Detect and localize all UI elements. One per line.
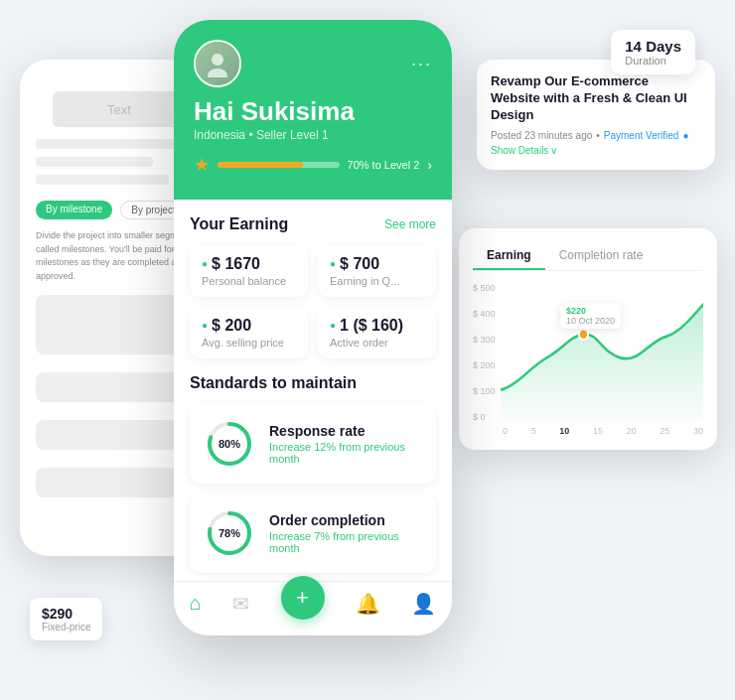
y-label-300: $ 300 <box>473 335 496 345</box>
y-label-0: $ 0 <box>473 412 496 422</box>
x-label-5: 5 <box>531 426 536 436</box>
svg-point-6 <box>579 329 588 340</box>
personal-balance-card: ● $ 1670 Personal balance <box>190 245 308 297</box>
order-completion-change: Increase 7% from previous month <box>269 530 422 554</box>
tab-milestone[interactable]: By milestone <box>36 201 112 219</box>
personal-balance-value: $ 1670 <box>212 255 260 273</box>
phone-header: ··· Hai Sukisima Indonesia • Seller Leve… <box>174 20 452 200</box>
tooltip-date: 10 Oct 2020 <box>566 316 615 326</box>
nav-profile[interactable]: 👤 <box>411 592 436 622</box>
response-rate-info: Response rate Increase 12% from previous… <box>269 423 422 465</box>
job-meta: Posted 23 minutes ago • Payment Verified… <box>491 130 701 141</box>
y-label-500: $ 500 <box>473 283 496 293</box>
chart-svg: $220 10 Oct 2020 <box>501 283 703 422</box>
earning-queue-label: Earning in Q... <box>330 275 424 287</box>
level-arrow-icon[interactable]: › <box>427 157 432 173</box>
x-label-30: 30 <box>693 426 703 436</box>
active-order-value: 1 ($ 160) <box>340 317 403 335</box>
star-icon: ★ <box>194 154 210 176</box>
bullet-icon-2: ● <box>330 258 336 269</box>
show-details-link[interactable]: Show Details ∨ <box>491 145 701 156</box>
price-badge-value: $290 <box>42 606 90 622</box>
main-phone: ··· Hai Sukisima Indonesia • Seller Leve… <box>174 20 452 635</box>
tooltip-value: $220 <box>566 306 615 316</box>
phone-body: Your Earning See more ● $ 1670 Personal … <box>174 200 452 617</box>
duration-label: Duration <box>625 55 681 67</box>
more-options-icon[interactable]: ··· <box>411 54 432 74</box>
job-posted-time: Posted 23 minutes ago <box>491 130 592 141</box>
tab-completion[interactable]: Completion rate <box>545 242 658 270</box>
chart-x-labels: 0 5 10 15 20 25 30 <box>473 426 703 436</box>
price-badge-label: Fixed-price <box>42 622 90 632</box>
text-placeholder: Text <box>53 91 186 127</box>
earning-queue-card: ● $ 700 Earning in Q... <box>318 245 436 297</box>
response-rate-label: Response rate <box>269 423 422 439</box>
bottom-nav: ⌂ ✉ + 🔔 👤 <box>174 581 452 635</box>
order-completion-percent: 78% <box>219 527 240 539</box>
fab-add-button[interactable]: + <box>281 576 325 620</box>
bullet-icon-3: ● <box>202 320 208 331</box>
duration-value: 14 Days <box>625 38 681 55</box>
chart-card: Earning Completion rate $ 500 $ 400 $ 30… <box>459 228 717 450</box>
avatar-image <box>196 42 239 85</box>
x-label-0: 0 <box>503 426 508 436</box>
tab-earning[interactable]: Earning <box>473 242 545 270</box>
earnings-title: Your Earning <box>190 215 288 233</box>
active-order-label: Active order <box>330 337 424 349</box>
personal-balance-label: Personal balance <box>202 275 296 287</box>
order-completion-card: 78% Order completion Increase 7% from pr… <box>190 493 436 573</box>
earning-queue-value: $ 700 <box>340 255 379 273</box>
job-title: Revamp Our E-commerce Website with a Fre… <box>491 73 701 124</box>
job-card: Revamp Our E-commerce Website with a Fre… <box>477 60 715 170</box>
x-label-25: 25 <box>660 426 669 436</box>
bullet-icon-4: ● <box>330 320 336 331</box>
see-more-link[interactable]: See more <box>384 217 436 231</box>
avatar <box>194 40 241 87</box>
user-name: Hai Sukisima <box>194 97 432 126</box>
chart-tooltip: $220 10 Oct 2020 <box>560 303 621 329</box>
order-completion-circle: 78% <box>204 507 255 559</box>
svg-point-1 <box>208 69 227 77</box>
y-label-100: $ 100 <box>473 386 496 396</box>
bullet-icon-1: ● <box>202 258 208 269</box>
avg-price-label: Avg. selling price <box>202 337 296 349</box>
user-location-level: Indonesia • Seller Level 1 <box>194 128 432 142</box>
nav-mail[interactable]: ✉ <box>232 592 249 622</box>
svg-point-0 <box>212 54 223 66</box>
avg-price-value: $ 200 <box>212 317 251 335</box>
x-label-10: 10 <box>559 426 569 436</box>
x-label-15: 15 <box>593 426 603 436</box>
earnings-grid: ● $ 1670 Personal balance ● $ 700 Earnin… <box>190 245 436 358</box>
active-order-card: ● 1 ($ 160) Active order <box>318 307 436 358</box>
nav-bell[interactable]: 🔔 <box>356 592 380 622</box>
chart-y-labels: $ 500 $ 400 $ 300 $ 200 $ 100 $ 0 <box>473 283 496 422</box>
job-meta-dot: • <box>596 130 600 141</box>
level-text: 70% to Level 2 <box>348 159 420 171</box>
response-rate-circle: 80% <box>204 418 255 470</box>
order-completion-info: Order completion Increase 7% from previo… <box>269 512 422 554</box>
order-completion-label: Order completion <box>269 512 422 528</box>
y-label-200: $ 200 <box>473 360 496 370</box>
avg-price-card: ● $ 200 Avg. selling price <box>190 307 308 358</box>
y-label-400: $ 400 <box>473 309 496 319</box>
payment-verified: Payment Verified <box>604 130 679 141</box>
level-progress-fill <box>218 162 303 168</box>
x-label-20: 20 <box>627 426 637 436</box>
response-rate-percent: 80% <box>219 438 240 450</box>
standards-title: Standards to maintain <box>190 374 436 392</box>
chart-area: $ 500 $ 400 $ 300 $ 200 $ 100 $ 0 <box>473 283 703 422</box>
chart-tabs: Earning Completion rate <box>473 242 703 271</box>
response-rate-card: 80% Response rate Increase 12% from prev… <box>190 404 436 484</box>
nav-home[interactable]: ⌂ <box>190 592 202 622</box>
response-rate-change: Increase 12% from previous month <box>269 441 422 465</box>
level-progress-bar <box>218 162 340 168</box>
duration-badge: 14 Days Duration <box>611 30 695 74</box>
price-badge: $290 Fixed-price <box>30 598 102 640</box>
